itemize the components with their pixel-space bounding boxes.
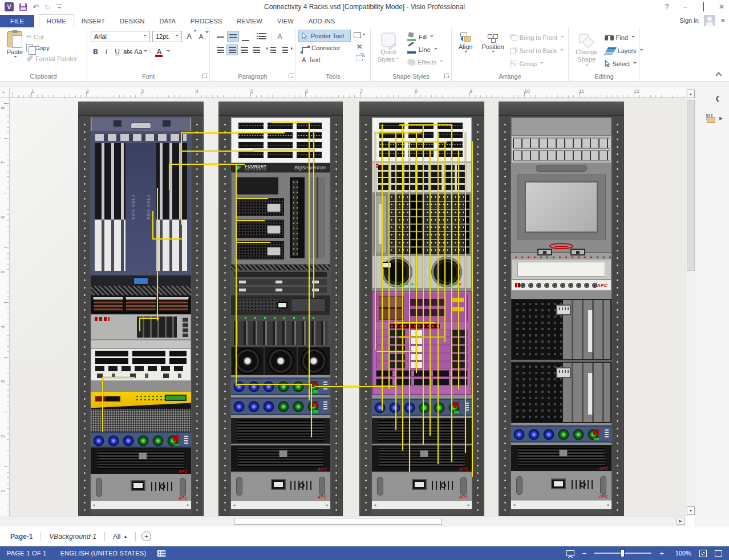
align-bottom-button[interactable] xyxy=(240,31,252,42)
quick-styles-button[interactable]: QuickStyles xyxy=(374,30,403,67)
blank-spacer[interactable] xyxy=(91,340,191,348)
select-button[interactable]: Select xyxy=(605,58,643,69)
power-distribution-unit[interactable] xyxy=(511,425,611,443)
tab-file[interactable]: FILE xyxy=(0,15,34,27)
ups-unit[interactable]: APC xyxy=(231,445,330,472)
bold-button[interactable]: B xyxy=(91,46,100,57)
tab-data[interactable]: DATA xyxy=(152,15,184,27)
help-button[interactable]: ? xyxy=(663,3,671,11)
server-unit[interactable] xyxy=(511,299,611,360)
bring-to-front-button[interactable]: Bring to Front xyxy=(510,32,565,43)
presentation-mode-icon[interactable] xyxy=(566,550,574,556)
switch-windows-icon[interactable] xyxy=(715,550,722,557)
customize-qat-icon[interactable] xyxy=(56,5,62,9)
shape-styles-dialog-launcher[interactable] xyxy=(444,74,449,79)
dense-patch-panel[interactable] xyxy=(372,162,472,193)
purple-switch-chassis[interactable] xyxy=(372,291,472,395)
paragraph-dialog-launcher[interactable] xyxy=(289,74,294,79)
close-button[interactable]: ✕ xyxy=(718,3,726,11)
effects-button[interactable]: Effects xyxy=(407,56,443,67)
font-size-combo[interactable]: 12pt. xyxy=(152,31,182,42)
power-distribution-unit[interactable] xyxy=(231,378,330,395)
vertical-scrollbar[interactable]: ▲ ▼ xyxy=(686,88,695,516)
avatar[interactable] xyxy=(704,15,715,26)
vented-panel[interactable] xyxy=(231,418,330,444)
chassis-top-plate[interactable] xyxy=(92,117,190,131)
tab-add-ins[interactable]: ADD-INS xyxy=(301,15,343,27)
controller-band[interactable] xyxy=(91,275,191,286)
macro-icon[interactable] xyxy=(157,550,165,557)
rack-2[interactable]: FOUNDRYNETWORKS BigServerIron xyxy=(218,102,343,516)
undo-icon[interactable]: ↶ xyxy=(33,3,39,11)
ups-unit[interactable]: APC xyxy=(91,448,191,474)
zoom-slider[interactable] xyxy=(594,553,651,554)
sign-in-link[interactable]: Sign in xyxy=(679,17,699,24)
switch-stack[interactable] xyxy=(372,193,472,255)
apc-battery-unit[interactable]: APC xyxy=(511,472,611,499)
foundry-switch-2u[interactable] xyxy=(231,270,330,295)
send-to-back-button[interactable]: Send to Back xyxy=(510,45,565,56)
justify-button[interactable] xyxy=(251,44,262,55)
power-distribution-unit[interactable] xyxy=(231,397,330,415)
language-indicator[interactable]: ENGLISH (UNITED STATES) xyxy=(54,550,153,557)
horizontal-scroll-thumb[interactable] xyxy=(234,518,442,525)
zoom-in-button[interactable]: + xyxy=(659,550,664,557)
align-middle-button[interactable] xyxy=(227,31,239,42)
fit-page-icon[interactable] xyxy=(699,550,707,557)
vent-strip[interactable] xyxy=(231,265,330,270)
font-dialog-launcher[interactable] xyxy=(202,74,208,79)
blank-panel[interactable] xyxy=(231,501,330,509)
layers-button[interactable]: Layers xyxy=(605,45,643,56)
visio-app-icon[interactable]: V xyxy=(5,2,14,11)
position-button[interactable]: Position xyxy=(478,30,507,69)
tab-view[interactable]: VIEW xyxy=(270,15,301,27)
blank-panel-gray[interactable] xyxy=(511,117,611,136)
power-supply-shelf[interactable] xyxy=(231,295,330,315)
keyboard-drawer[interactable] xyxy=(511,259,611,279)
change-shape-button[interactable]: ChangeShape xyxy=(572,30,601,70)
line-button[interactable]: Line xyxy=(407,44,443,55)
apc-battery-unit[interactable]: APC xyxy=(91,474,191,501)
expand-shapes-pane-icon[interactable]: ❮ xyxy=(715,95,720,102)
copy-button[interactable]: Copy xyxy=(26,42,77,53)
zoom-slider-thumb[interactable] xyxy=(621,549,625,557)
ups-unit[interactable]: APC xyxy=(372,445,472,472)
stencil-arrow-icon[interactable]: ▶ xyxy=(719,116,723,121)
blank-panel[interactable] xyxy=(511,500,611,509)
change-case-button[interactable]: Aa xyxy=(134,46,147,57)
disk-modules[interactable] xyxy=(91,295,191,314)
align-top-button[interactable] xyxy=(214,31,226,42)
paste-button[interactable]: Paste xyxy=(3,29,26,64)
drawing-canvas[interactable]: SDX 8010 SDX 8010 xyxy=(10,98,686,516)
close-document-icon[interactable]: ✕ xyxy=(720,17,726,25)
text-direction-button[interactable]: A xyxy=(274,31,286,42)
blade-switch-chassis[interactable]: SDX 8010 SDX 8010 xyxy=(91,131,191,275)
page-indicator[interactable]: PAGE 1 OF 1 xyxy=(0,550,54,557)
apc-battery-unit[interactable]: APC xyxy=(372,473,472,500)
rectangle-tool-button[interactable] xyxy=(354,33,366,38)
collapse-ribbon-icon[interactable] xyxy=(715,72,722,78)
delete-tool-icon[interactable]: ✕ xyxy=(357,43,362,51)
tab-insert[interactable]: INSERT xyxy=(74,15,112,27)
pointer-tool-button[interactable]: Pointer Tool xyxy=(298,30,351,42)
align-center-button[interactable] xyxy=(226,44,238,55)
grow-font-button[interactable]: A xyxy=(184,31,194,42)
stencil-icon[interactable] xyxy=(706,113,716,123)
vertical-scroll-thumb[interactable] xyxy=(687,100,695,271)
redo-icon[interactable]: ↻ xyxy=(44,3,51,11)
zoom-level[interactable]: 100% xyxy=(672,550,691,557)
fill-button[interactable]: Fill xyxy=(407,31,443,42)
patch-panel[interactable] xyxy=(372,117,472,162)
comm-shelf[interactable] xyxy=(91,314,191,340)
shrink-font-button[interactable]: A xyxy=(196,31,206,42)
foundry-logo-band[interactable]: FOUNDRYNETWORKS BigServerIron xyxy=(231,163,330,172)
card-cage[interactable] xyxy=(231,315,330,347)
restore-button[interactable] xyxy=(699,3,707,11)
find-button[interactable]: Find xyxy=(605,32,643,43)
scroll-right-button[interactable]: ▶ xyxy=(677,518,685,525)
increase-indent-button[interactable] xyxy=(280,44,291,55)
rack-1[interactable]: SDX 8010 SDX 8010 xyxy=(78,102,204,516)
rotate-shape-icon[interactable] xyxy=(357,55,363,60)
kvm-switch[interactable]: APC xyxy=(511,279,611,291)
tab-review[interactable]: REVIEW xyxy=(229,15,270,27)
